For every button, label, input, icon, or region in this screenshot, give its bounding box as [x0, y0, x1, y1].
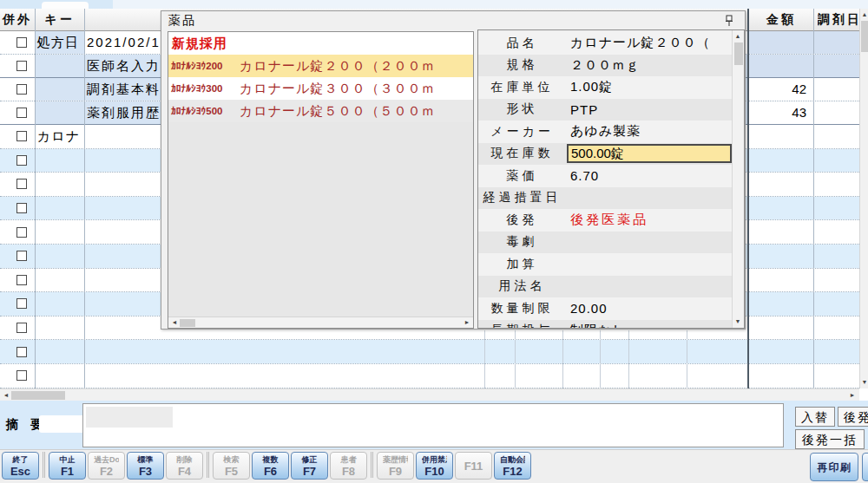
row-checkbox[interactable]: [16, 155, 27, 166]
dispense-cell: [813, 292, 859, 316]
detail-row: 用法名: [478, 276, 732, 298]
fn-key-f6[interactable]: 複数F6: [252, 452, 289, 480]
dispense-cell: [813, 149, 859, 173]
detail-row: 薬価6.70: [478, 165, 732, 187]
current-stock-input[interactable]: 500.00錠: [567, 144, 732, 163]
amount-cell: [747, 55, 813, 77]
key-cell[interactable]: [35, 197, 84, 220]
pharmacy-app-window: 併外 キー 金額 調剤日 処方日2021/02/1医師名入力調剤基本料42薬剤服…: [0, 0, 868, 483]
list-item[interactable]: ｶﾛﾅﾙｼﾖｳ500カロナール錠５００（５００ｍ: [168, 100, 473, 122]
generic-button[interactable]: 後発: [838, 407, 868, 427]
scroll-right-icon[interactable]: ►: [847, 390, 858, 401]
drug-code: ｶﾛﾅﾙｼﾖｳ300: [168, 83, 240, 94]
scroll-left-icon[interactable]: ◄: [169, 317, 180, 328]
list-item-selected[interactable]: ｶﾛﾅﾙｼﾖｳ200カロナール錠２００（２００ｍ: [168, 55, 473, 77]
fn-key-f7[interactable]: 修正F7: [291, 452, 328, 480]
fn-key-f12[interactable]: 自動会計F12: [494, 452, 531, 480]
top-tab[interactable]: [42, 2, 89, 9]
scroll-left-icon[interactable]: ◄: [1, 390, 11, 401]
row-checkbox[interactable]: [16, 227, 27, 238]
column-divider: [628, 330, 629, 388]
fn-key-esc[interactable]: 終了Esc: [2, 452, 39, 480]
column-divider: [747, 9, 749, 388]
scrollbar-thumb[interactable]: [180, 319, 195, 327]
content-cell[interactable]: [84, 364, 747, 388]
key-cell[interactable]: [35, 55, 84, 77]
key-cell[interactable]: [35, 245, 84, 268]
column-divider: [600, 330, 601, 388]
row-checkbox[interactable]: [16, 347, 27, 357]
scrollbar-thumb[interactable]: [861, 21, 868, 52]
grid-vertical-scrollbar[interactable]: ▲ ▼: [859, 9, 868, 388]
row-checkbox[interactable]: [16, 323, 27, 333]
key-cell[interactable]: [35, 149, 84, 173]
row-checkbox[interactable]: [16, 203, 27, 213]
key-cell[interactable]: [35, 220, 84, 244]
summary-input[interactable]: [39, 415, 84, 433]
row-checkbox[interactable]: [16, 131, 27, 141]
detail-label: 現在庫数: [478, 146, 566, 161]
row-checkbox[interactable]: [16, 37, 27, 48]
details-vertical-scrollbar[interactable]: ▲ ▼: [732, 30, 744, 328]
scroll-up-icon[interactable]: ▲: [859, 10, 868, 20]
kofu-button[interactable]: 交: [862, 453, 868, 481]
pin-icon[interactable]: [724, 15, 734, 27]
detail-row: 毒劇: [478, 232, 732, 254]
amount-cell: 43: [747, 101, 813, 124]
key-cell[interactable]: [35, 173, 84, 196]
grid-horizontal-scrollbar[interactable]: ◄ ►: [0, 388, 859, 401]
list-item[interactable]: ｶﾛﾅﾙｼﾖｳ300カロナール錠３００（３００ｍ: [168, 77, 473, 100]
content-cell[interactable]: [84, 340, 747, 363]
amount-cell: [747, 197, 813, 220]
drug-details: 品名カロナール錠２００（規格２００ｍｇ在庫単位1.00錠形状PTPメーカーあゆみ…: [477, 29, 745, 329]
memo-empty-cell: [86, 407, 173, 428]
amount-cell: [747, 364, 813, 388]
summary-label: 摘 要: [6, 417, 43, 433]
row-checkbox[interactable]: [16, 84, 27, 95]
dispense-cell: [813, 78, 859, 101]
key-cell[interactable]: [35, 78, 84, 101]
row-checkbox[interactable]: [16, 370, 27, 381]
key-cell[interactable]: [35, 340, 84, 363]
scroll-down-icon[interactable]: ▼: [733, 317, 743, 327]
detail-label: 後発: [478, 212, 566, 228]
dispense-cell: [813, 31, 859, 54]
scrollbar-thumb[interactable]: [734, 42, 743, 65]
generic-batch-button[interactable]: 後発一括: [795, 429, 865, 449]
row-checkbox[interactable]: [16, 251, 27, 261]
amount-cell: [747, 245, 813, 268]
memo-textarea[interactable]: [82, 403, 784, 447]
row-checkbox[interactable]: [16, 298, 27, 309]
detail-value: カロナール錠２００（: [566, 35, 732, 51]
key-cell[interactable]: [35, 269, 84, 292]
row-checkbox[interactable]: [16, 61, 27, 71]
drug-list-items: ｶﾛﾅﾙｼﾖｳ200カロナール錠２００（２００ｍｶﾛﾅﾙｼﾖｳ300カロナール錠…: [168, 55, 473, 122]
key-cell[interactable]: [35, 317, 84, 340]
key-cell[interactable]: 処方日: [35, 31, 84, 54]
detail-value: PTP: [566, 102, 732, 117]
fn-key-f10[interactable]: 併用禁忌F10: [416, 452, 453, 480]
column-divider: [84, 9, 85, 388]
list-item-new-entry[interactable]: 新規採用: [168, 32, 473, 55]
key-cell[interactable]: [35, 364, 84, 388]
detail-label: メーカー: [478, 124, 566, 140]
dispense-cell: [813, 197, 859, 220]
row-checkbox[interactable]: [16, 275, 27, 285]
key-cell[interactable]: [35, 292, 84, 316]
scroll-right-icon[interactable]: ►: [462, 317, 472, 328]
swap-button[interactable]: 入替: [795, 407, 835, 427]
detail-row: 数量制限20.00: [478, 297, 732, 320]
fn-key-f8: 患者F8: [330, 452, 367, 480]
row-checkbox[interactable]: [16, 108, 27, 118]
reprint-button[interactable]: 再印刷: [810, 453, 858, 481]
key-cell[interactable]: [35, 101, 84, 124]
scroll-up-icon[interactable]: ▲: [733, 31, 743, 42]
scrollbar-thumb[interactable]: [11, 391, 65, 400]
scroll-down-icon[interactable]: ▼: [859, 377, 868, 388]
list-horizontal-scrollbar[interactable]: ◄ ►: [168, 317, 473, 328]
key-cell[interactable]: カロナ: [35, 125, 84, 148]
dispense-cell: [813, 125, 859, 148]
fn-key-f3[interactable]: 標準F3: [127, 452, 164, 480]
fn-key-f1[interactable]: 中止F1: [49, 452, 86, 480]
row-checkbox[interactable]: [16, 179, 27, 189]
